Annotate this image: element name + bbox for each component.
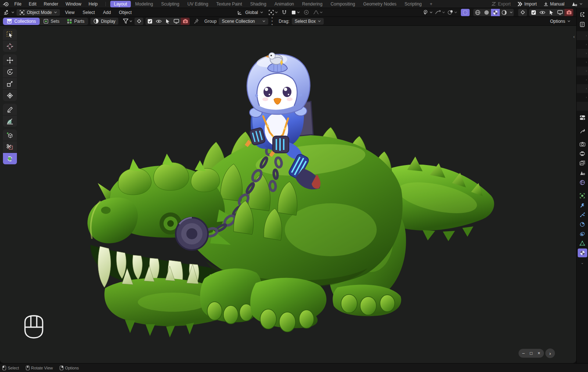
tab-scene[interactable]	[578, 168, 587, 177]
shading-wireframe-button[interactable]	[473, 9, 482, 16]
drag-mode-dropdown[interactable]: Select Box	[292, 18, 324, 25]
export-button[interactable]: Export	[489, 1, 513, 7]
eye-visibility-toggle[interactable]	[538, 9, 547, 16]
outliner-icon[interactable]	[578, 10, 587, 19]
blender-logo-icon[interactable]	[3, 1, 9, 7]
tool-swap[interactable]	[3, 153, 17, 164]
workspace-tab-shading[interactable]: Shading	[247, 1, 270, 7]
rail-scroll-chevron[interactable]: ⌄	[581, 261, 584, 265]
tool-annotate[interactable]	[3, 104, 17, 115]
scene-status-widget[interactable]	[569, 1, 585, 7]
workspace-tab-animation[interactable]: Animation	[271, 1, 298, 7]
add-workspace-button[interactable]: +	[426, 1, 436, 7]
show-gizmo-dropdown[interactable]	[422, 10, 433, 15]
maximize-button[interactable]: □	[530, 350, 533, 357]
pin-toggle[interactable]	[192, 18, 201, 25]
expand-button[interactable]: ›	[545, 348, 555, 358]
menu-help[interactable]: Help	[85, 1, 101, 7]
close-button[interactable]: ×	[538, 350, 540, 357]
options-dropdown[interactable]: Options	[547, 18, 573, 25]
shading-extras-dropdown[interactable]	[447, 10, 457, 15]
menu-select[interactable]: Select	[80, 9, 98, 16]
tool-cursor[interactable]	[3, 40, 17, 52]
toggle-xray-button[interactable]	[461, 9, 470, 16]
minimize-button[interactable]: –	[522, 350, 525, 357]
menu-window[interactable]: Window	[62, 1, 85, 7]
tab-material[interactable]	[578, 248, 587, 257]
render-visibility-toggle[interactable]	[564, 9, 573, 16]
workspace-tab-sculpting[interactable]: Sculpting	[158, 1, 183, 7]
tab-modifiers[interactable]	[578, 201, 587, 210]
show-overlays-dropdown[interactable]	[435, 10, 445, 15]
tab-physics[interactable]	[578, 220, 587, 229]
workspace-tab-compositing[interactable]: Compositing	[327, 1, 359, 7]
menu-render[interactable]: Render	[40, 1, 61, 7]
pivot-point-dropdown[interactable]	[268, 10, 278, 15]
workspace-tab-layout[interactable]: Layout	[110, 1, 131, 7]
eye-visibility-toggle-2[interactable]	[154, 18, 163, 25]
diamond-filter-button[interactable]	[518, 9, 527, 16]
tab-sets[interactable]: Sets	[40, 18, 63, 25]
tab-parts[interactable]: Parts	[63, 18, 88, 25]
tab-output[interactable]	[578, 149, 587, 158]
tool-measure[interactable]	[3, 115, 17, 127]
menu-add[interactable]: Add	[100, 9, 114, 16]
checkbox-toggle-2[interactable]	[146, 18, 154, 25]
more-options-dots[interactable]: •••	[270, 16, 273, 26]
proportional-editing-toggle[interactable]	[302, 9, 311, 16]
import-button[interactable]: Import	[515, 1, 539, 7]
tab-collections[interactable]: Collections	[3, 18, 40, 25]
render-visibility-toggle-2[interactable]	[181, 18, 190, 25]
menu-file[interactable]: File	[11, 1, 25, 7]
workspace-tab-uv-editing[interactable]: UV Editing	[184, 1, 212, 7]
diamond-filter-button-2[interactable]	[135, 18, 143, 25]
tool-scale[interactable]	[3, 78, 17, 89]
tab-view-layer[interactable]	[578, 159, 587, 168]
display-button[interactable]: Display	[90, 18, 118, 25]
viewport-3d[interactable]: ‹ – □ × ›	[0, 26, 576, 363]
editor-type-selector[interactable]	[3, 10, 14, 15]
filter-dropdown[interactable]	[123, 18, 132, 24]
tool-rotate[interactable]	[3, 66, 17, 78]
properties-icon[interactable]	[578, 20, 587, 29]
proportional-falloff-dropdown[interactable]	[313, 10, 323, 15]
workspace-tab-geometry-nodes[interactable]: Geometry Nodes	[359, 1, 400, 7]
tool-add-cube[interactable]	[3, 129, 17, 141]
tool-cut[interactable]	[3, 141, 17, 153]
tab-constraints[interactable]	[578, 229, 587, 238]
tool-move[interactable]	[3, 54, 17, 66]
viewport-display-toggle[interactable]	[556, 9, 564, 16]
workspace-tab-texture-paint[interactable]: Texture Paint	[213, 1, 246, 7]
workspace-tab-rendering[interactable]: Rendering	[298, 1, 326, 7]
snap-target-dropdown[interactable]	[291, 10, 300, 15]
transform-orientation-dropdown[interactable]: Global	[234, 9, 266, 16]
tab-tool[interactable]	[578, 126, 587, 135]
shading-solid-button[interactable]	[482, 9, 491, 16]
shading-dropdown[interactable]	[509, 9, 514, 16]
tab-world[interactable]	[578, 178, 587, 187]
tab-render[interactable]	[578, 140, 587, 149]
scene-collection-dropdown[interactable]: Scene Collection	[219, 18, 268, 25]
tab-particles[interactable]	[578, 210, 587, 219]
menu-view[interactable]: View	[62, 9, 78, 16]
tab-tool-settings[interactable]	[578, 113, 587, 122]
workspace-tab-scripting[interactable]: Scripting	[401, 1, 426, 7]
outliner-collapsed-rows[interactable]: ››› ››› ››	[577, 31, 588, 111]
selectability-toggle[interactable]	[547, 9, 556, 16]
sidebar-collapse-arrow[interactable]: ‹	[573, 34, 575, 39]
workspace-tab-modeling[interactable]: Modeling	[132, 1, 157, 7]
manual-button[interactable]: Manual	[541, 1, 567, 7]
tool-select-box[interactable]	[3, 29, 17, 40]
shading-rendered-button[interactable]	[500, 9, 509, 16]
snap-toggle[interactable]	[280, 9, 289, 16]
checkbox-toggle[interactable]	[529, 9, 538, 16]
shading-material-preview-button[interactable]	[491, 9, 500, 16]
viewport-display-toggle-2[interactable]	[172, 18, 181, 25]
selectability-toggle-2[interactable]	[163, 18, 172, 25]
menu-edit[interactable]: Edit	[25, 1, 40, 7]
menu-object[interactable]: Object	[116, 9, 135, 16]
tool-transform[interactable]	[3, 90, 17, 101]
tab-object-data[interactable]	[578, 239, 587, 248]
tab-object[interactable]	[578, 191, 587, 200]
mode-dropdown[interactable]: Object Mode	[17, 9, 60, 16]
